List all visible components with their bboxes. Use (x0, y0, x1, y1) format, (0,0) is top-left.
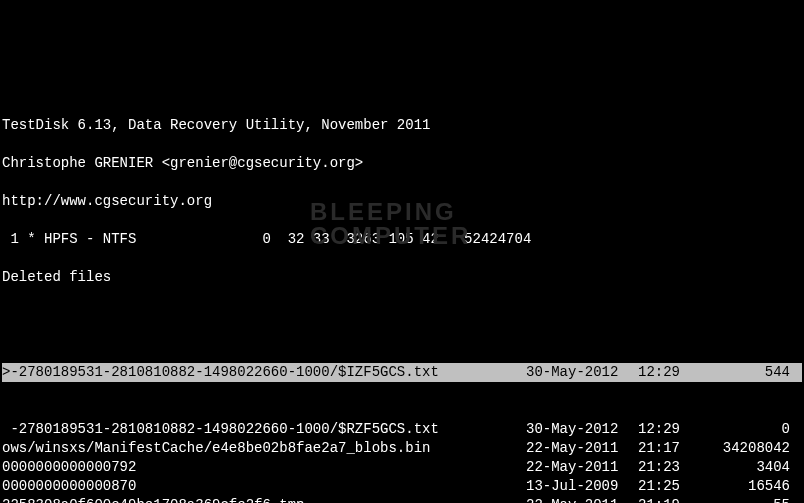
file-time: 21:17 (638, 439, 694, 458)
file-size: 55 (694, 496, 798, 503)
file-name: -2780189531-2810810882-1498022660-1000/$… (2, 420, 522, 439)
header-partition: 1 * HPFS - NTFS 0 32 33 3263 105 42 5242… (2, 230, 802, 249)
header-url: http://www.cgsecurity.org (2, 192, 802, 211)
file-row[interactable]: 2258308a0f600e49be1708a369cfe2f6.tmp22-M… (2, 496, 802, 503)
header-author: Christophe GRENIER <grenier@cgsecurity.o… (2, 154, 802, 173)
file-date: 22-May-2011 (522, 458, 638, 477)
file-time: 12:29 (638, 420, 694, 439)
file-row[interactable]: -2780189531-2810810882-1498022660-1000/$… (2, 420, 802, 439)
file-size: 3404 (694, 458, 798, 477)
file-date: 13-Jul-2009 (522, 477, 638, 496)
file-name: >-2780189531-2810810882-1498022660-1000/… (2, 363, 522, 382)
header-mode: Deleted files (2, 268, 802, 287)
file-time: 21:23 (638, 458, 694, 477)
file-name: 0000000000000792 (2, 458, 522, 477)
file-date: 30-May-2012 (522, 363, 638, 382)
file-time: 21:25 (638, 477, 694, 496)
file-time: 12:29 (638, 363, 694, 382)
file-time: 21:19 (638, 496, 694, 503)
file-name: 2258308a0f600e49be1708a369cfe2f6.tmp (2, 496, 522, 503)
file-row[interactable]: ows/winsxs/ManifestCache/e4e8be02b8fae2a… (2, 439, 802, 458)
file-row-selected[interactable]: >-2780189531-2810810882-1498022660-1000/… (2, 363, 802, 382)
blank-line (2, 306, 802, 325)
file-row[interactable]: 000000000000087013-Jul-200921:2516546 (2, 477, 802, 496)
file-size: 0 (694, 420, 798, 439)
header-title: TestDisk 6.13, Data Recovery Utility, No… (2, 116, 802, 135)
file-date: 22-May-2011 (522, 496, 638, 503)
file-name: ows/winsxs/ManifestCache/e4e8be02b8fae2a… (2, 439, 522, 458)
file-row[interactable]: 000000000000079222-May-201121:233404 (2, 458, 802, 477)
file-date: 30-May-2012 (522, 420, 638, 439)
file-date: 22-May-2011 (522, 439, 638, 458)
file-size: 34208042 (694, 439, 798, 458)
file-name: 0000000000000870 (2, 477, 522, 496)
file-size: 544 (694, 363, 798, 382)
file-size: 16546 (694, 477, 798, 496)
